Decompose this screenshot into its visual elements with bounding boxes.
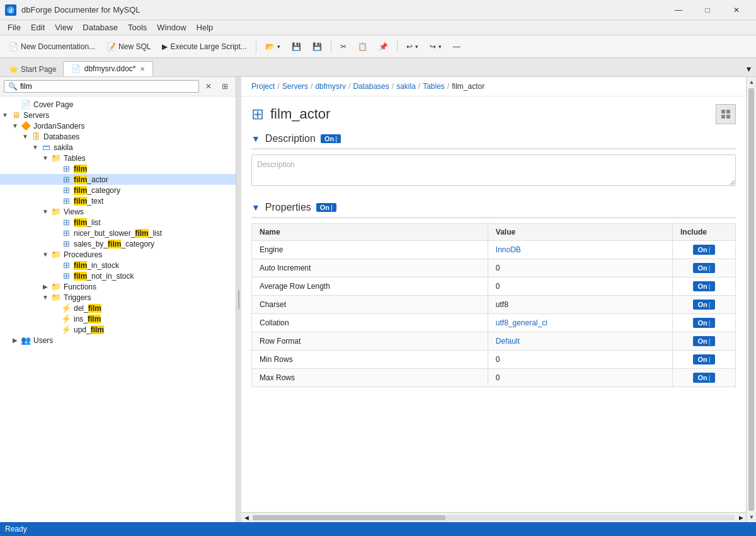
something-button[interactable]: — [448, 38, 466, 55]
view-toggle-button[interactable] [716, 104, 736, 124]
menu-view[interactable]: View [50, 21, 77, 33]
tree-expander-users[interactable]: ▶ [10, 337, 20, 344]
menu-file[interactable]: File [3, 21, 26, 33]
breadcrumb-sakila[interactable]: sakila [396, 82, 416, 91]
menu-tools[interactable]: Tools [123, 21, 152, 33]
tree-expander-databases[interactable]: ▼ [20, 133, 30, 140]
tree-node-sakila[interactable]: ▼ 🗃 sakila [0, 142, 236, 153]
content-header: ⊞ film_actor [251, 96, 736, 129]
tree-node-del-film[interactable]: ⚡ del_film [0, 303, 236, 313]
properties-toggle[interactable]: On [316, 203, 336, 212]
minimize-button[interactable]: — [664, 0, 693, 20]
clear-search-button[interactable]: ✕ [202, 79, 215, 93]
tree-node-ins-film[interactable]: ⚡ ins_film [0, 313, 236, 324]
breadcrumb-dbfmysrv[interactable]: dbfmysrv [315, 82, 346, 91]
description-collapse-button[interactable]: ▼ [251, 134, 260, 144]
tree-node-sales-film[interactable]: ⊞ sales_by_film_category [0, 238, 236, 249]
breadcrumb-databases[interactable]: Databases [353, 82, 389, 91]
panel-resize-handle[interactable] [236, 77, 241, 522]
tree-node-procedures-folder[interactable]: ▼ 📁 Procedures [0, 249, 236, 260]
tree-node-triggers-folder[interactable]: ▼ 📁 Triggers [0, 292, 236, 303]
close-button[interactable]: ✕ [722, 0, 751, 20]
prop-value-cell[interactable]: Default [488, 332, 672, 351]
tabs-more-button[interactable]: ▾ [744, 61, 753, 76]
open-dropdown[interactable]: ▾ [277, 44, 280, 50]
search-box[interactable]: 🔍 [4, 80, 199, 93]
tab-active-doc[interactable]: 📄 dbfmysrv.ddoc* ✕ [63, 61, 153, 76]
tree-expander-views[interactable]: ▼ [40, 208, 50, 215]
tree-expander-sakila[interactable]: ▼ [30, 144, 40, 151]
tree-expander-tables[interactable]: ▼ [40, 154, 50, 161]
menu-database[interactable]: Database [77, 21, 123, 33]
include-toggle-button[interactable]: On [693, 354, 714, 364]
undo-dropdown[interactable]: ▾ [415, 44, 418, 50]
tree-node-tables-folder[interactable]: ▼ 📁 Tables [0, 153, 236, 163]
redo-dropdown[interactable]: ▾ [438, 44, 442, 50]
save-button[interactable]: 💾 [287, 38, 306, 55]
maximize-button[interactable]: □ [693, 0, 722, 20]
tree-node-users[interactable]: ▶ 👥 Users [0, 335, 236, 346]
undo-button[interactable]: ↩ ▾ [401, 38, 423, 55]
save-all-button[interactable]: 💾 [307, 38, 327, 55]
copy-button[interactable]: 📋 [353, 38, 372, 55]
tree-node-film-category[interactable]: ⊞ film_category [0, 185, 236, 195]
tree-expander-server[interactable]: ▼ [10, 122, 20, 129]
hscroll-right-button[interactable]: ▶ [736, 513, 746, 523]
tab-close-button[interactable]: ✕ [140, 66, 145, 73]
include-toggle-button[interactable]: On [693, 373, 714, 383]
scroll-thumb[interactable] [748, 88, 754, 511]
tree-node-databases[interactable]: ▼ 🗄 Databases [0, 131, 236, 142]
breadcrumb-project[interactable]: Project [251, 82, 275, 91]
execute-large-button[interactable]: ▶ Execute Large Script... [157, 38, 251, 55]
hscroll-left-button[interactable]: ◀ [241, 513, 251, 523]
tab-start-page[interactable]: ⭐ Start Page [3, 62, 63, 76]
description-textarea[interactable] [251, 154, 736, 186]
hscroll-thumb[interactable] [253, 515, 445, 520]
prop-value-cell[interactable]: InnoDB [488, 241, 672, 259]
menu-window[interactable]: Window [152, 21, 191, 33]
tree-node-film[interactable]: ⊞ film [0, 163, 236, 174]
tree-expander-triggers[interactable]: ▼ [40, 294, 50, 301]
new-doc-button[interactable]: 📄 New Documentation... [4, 38, 100, 55]
svg-rect-5 [726, 115, 730, 119]
include-toggle-button[interactable]: On [693, 245, 714, 255]
tree-node-servers[interactable]: ▼ 🖥 Servers [0, 110, 236, 120]
search-input[interactable] [20, 82, 195, 91]
include-toggle-button[interactable]: On [693, 300, 714, 310]
properties-collapse-button[interactable]: ▼ [251, 202, 260, 213]
menu-edit[interactable]: Edit [26, 21, 50, 33]
tree-node-functions-folder[interactable]: ▶ 📁 Functions [0, 281, 236, 292]
prop-value-cell[interactable]: utf8_general_ci [488, 314, 672, 332]
menu-help[interactable]: Help [192, 21, 219, 33]
open-button[interactable]: 📂 ▾ [260, 38, 285, 55]
include-toggle-button[interactable]: On [693, 263, 714, 273]
cut-button[interactable]: ✂ [335, 38, 352, 55]
tree-expander-functions[interactable]: ▶ [40, 283, 50, 290]
breadcrumb-servers[interactable]: Servers [282, 82, 308, 91]
tree-node-server[interactable]: ▼ 🔶 JordanSanders [0, 120, 236, 131]
tree-expander-procedures[interactable]: ▼ [40, 251, 50, 258]
tree-node-film-not-in-stock[interactable]: ⊞ film_not_in_stock [0, 271, 236, 281]
description-toggle[interactable]: On [321, 134, 341, 143]
tree-node-film-text[interactable]: ⊞ film_text [0, 195, 236, 206]
scroll-up-button[interactable]: ▲ [747, 77, 756, 87]
tree-node-views-folder[interactable]: ▼ 📁 Views [0, 206, 236, 217]
tree-node-film-list[interactable]: ⊞ film_list [0, 217, 236, 228]
breadcrumb-tables[interactable]: Tables [423, 82, 445, 91]
tree-node-nicer-film[interactable]: ⊞ nicer_but_slower_film_list [0, 228, 236, 238]
redo-button[interactable]: ↪ ▾ [425, 38, 447, 55]
tree-label-procedures-folder: Procedures [64, 250, 102, 259]
layout-button[interactable]: ⊞ [218, 79, 232, 93]
breadcrumb-sep4: / [418, 82, 420, 91]
tree-expander-servers[interactable]: ▼ [0, 112, 10, 119]
tree-node-film-actor[interactable]: ⊞ film_actor [0, 174, 236, 185]
tree-node-upd-film[interactable]: ⚡ upd_film [0, 324, 236, 335]
include-toggle-button[interactable]: On [693, 336, 714, 346]
scroll-down-button[interactable]: ▼ [747, 512, 756, 522]
tree-node-film-in-stock[interactable]: ⊞ film_in_stock [0, 260, 236, 271]
include-toggle-button[interactable]: On [693, 318, 714, 328]
new-sql-button[interactable]: 📝 New SQL [101, 38, 156, 55]
include-toggle-button[interactable]: On [693, 281, 714, 291]
tree-node-cover[interactable]: 📄 Cover Page [0, 99, 236, 110]
paste-button[interactable]: 📌 [374, 38, 393, 55]
